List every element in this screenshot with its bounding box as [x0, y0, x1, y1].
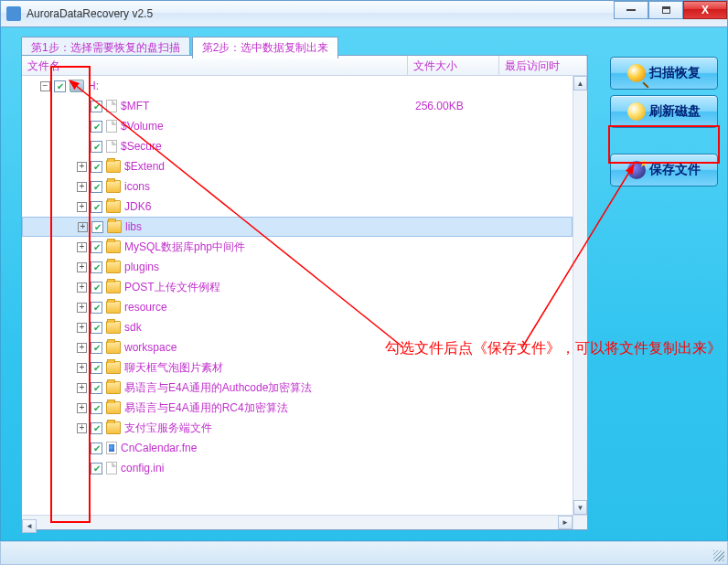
expand-icon[interactable]: + [77, 403, 87, 413]
folder-icon [106, 421, 121, 434]
tree-row[interactable]: +$Extend [22, 156, 573, 176]
tree-row[interactable]: +易语言与E4A通用的RC4加密算法 [22, 398, 573, 418]
checkbox[interactable] [91, 382, 102, 394]
folder-icon [106, 160, 121, 173]
expand-icon[interactable]: + [77, 383, 87, 393]
save-file-button[interactable]: 保存文件 [610, 154, 718, 187]
scroll-right-button[interactable]: ► [558, 516, 573, 529]
checkbox[interactable] [91, 101, 102, 112]
col-name[interactable]: 文件名 [22, 56, 408, 75]
folder-icon [106, 301, 121, 314]
row-label: CnCalendar.fne [121, 442, 197, 454]
button-label: 刷新磁盘 [649, 103, 701, 120]
title-bar: AuroraDataRecovery v2.5 X [0, 0, 728, 27]
tree-row[interactable]: config.ini [22, 458, 573, 478]
expand-icon[interactable]: + [77, 162, 87, 172]
button-label: 保存文件 [649, 162, 701, 178]
folder-icon [106, 200, 121, 213]
tree-row[interactable]: $Volume [22, 116, 573, 136]
checkbox[interactable] [91, 422, 102, 434]
save-icon [627, 161, 646, 179]
row-label: workspace [124, 341, 177, 354]
close-button[interactable]: X [683, 1, 727, 19]
checkbox[interactable] [91, 241, 102, 253]
tree-row[interactable]: +MySQL数据库php中间件 [22, 237, 573, 257]
checkbox[interactable] [91, 201, 102, 213]
tab-step2[interactable]: 第2步：选中数据复制出来 [192, 37, 339, 59]
tree-row[interactable]: +sdk [22, 317, 573, 337]
row-label: $Secure [121, 140, 162, 153]
expand-icon[interactable]: + [77, 282, 87, 293]
tree-row[interactable]: +icons [22, 176, 573, 197]
scan-recover-button[interactable]: 扫描恢复 [610, 57, 718, 90]
tree-row[interactable]: +易语言与E4A通用的Authcode加密算法 [22, 378, 573, 398]
tree-row[interactable]: CnCalendar.fne [22, 438, 573, 458]
tree-row[interactable]: +resource [22, 297, 573, 317]
file-icon [106, 462, 117, 474]
tree-row[interactable]: $Secure [22, 136, 573, 156]
refresh-disk-button[interactable]: 刷新磁盘 [610, 95, 718, 128]
checkbox[interactable] [91, 141, 102, 153]
collapse-icon[interactable]: − [40, 81, 50, 91]
checkbox[interactable] [54, 80, 66, 92]
checkbox[interactable] [91, 442, 102, 454]
scroll-down-button[interactable]: ▼ [573, 500, 587, 515]
expand-icon[interactable]: + [77, 343, 87, 353]
checkbox[interactable] [91, 121, 102, 133]
col-time[interactable]: 最后访问时 [499, 56, 587, 75]
checkbox[interactable] [91, 161, 102, 173]
horizontal-scrollbar[interactable]: ◄ ► [22, 515, 573, 529]
tree-row[interactable]: +workspace [22, 337, 573, 357]
expand-icon[interactable]: + [77, 303, 87, 313]
tree-row[interactable]: $MFT256.00KB [22, 96, 573, 116]
row-label: 支付宝服务端文件 [124, 421, 212, 436]
checkbox[interactable] [91, 261, 102, 273]
checkbox[interactable] [91, 221, 103, 233]
vertical-scrollbar[interactable]: ▲ ▼ [573, 76, 587, 515]
checkbox[interactable] [91, 302, 102, 314]
minimize-button[interactable] [614, 1, 648, 19]
checkbox[interactable] [91, 322, 102, 334]
button-label: 扫描恢复 [649, 65, 701, 81]
expand-icon[interactable]: + [77, 262, 87, 272]
expand-icon[interactable]: + [77, 202, 87, 212]
expand-icon[interactable]: + [78, 222, 88, 232]
tree-root-row[interactable]: − H: [22, 76, 573, 96]
row-label: 聊天框气泡图片素材 [124, 360, 223, 376]
expand-icon[interactable]: + [77, 423, 87, 433]
checkbox[interactable] [91, 402, 102, 414]
row-label: JDK6 [124, 200, 151, 213]
drive-icon [70, 80, 84, 92]
scroll-up-button[interactable]: ▲ [573, 76, 587, 91]
tree-row[interactable]: +POST上传文件例程 [22, 277, 573, 297]
tree-row[interactable]: +聊天框气泡图片素材 [22, 357, 573, 378]
folder-icon [106, 281, 121, 293]
scroll-corner [573, 515, 587, 529]
checkbox[interactable] [91, 463, 102, 474]
folder-icon [106, 361, 121, 374]
checkbox[interactable] [91, 282, 102, 293]
checkbox[interactable] [91, 362, 102, 374]
scroll-left-button[interactable]: ◄ [22, 519, 37, 533]
row-label: libs [125, 220, 142, 233]
maximize-button[interactable] [648, 1, 683, 19]
row-label: $MFT [121, 100, 149, 112]
expand-icon[interactable]: + [77, 323, 87, 333]
checkbox[interactable] [91, 342, 102, 354]
tree-row[interactable]: +libs [22, 217, 573, 237]
tree-row[interactable]: +plugins [22, 257, 573, 277]
refresh-icon [627, 102, 646, 121]
folder-icon [106, 401, 121, 414]
checkbox[interactable] [91, 181, 102, 193]
fne-icon [106, 442, 117, 454]
status-bar [0, 541, 728, 565]
app-icon [6, 6, 21, 21]
col-size[interactable]: 文件大小 [408, 56, 499, 75]
expand-icon[interactable]: + [77, 363, 87, 373]
tree-row[interactable]: +JDK6 [22, 197, 573, 217]
client-area: 第1步：选择需要恢复的盘扫描 第2步：选中数据复制出来 文件名 文件大小 最后访… [0, 27, 728, 541]
expand-icon[interactable]: + [77, 182, 87, 192]
tree-row[interactable]: +支付宝服务端文件 [22, 418, 573, 438]
row-label: MySQL数据库php中间件 [124, 240, 245, 255]
expand-icon[interactable]: + [77, 242, 87, 252]
